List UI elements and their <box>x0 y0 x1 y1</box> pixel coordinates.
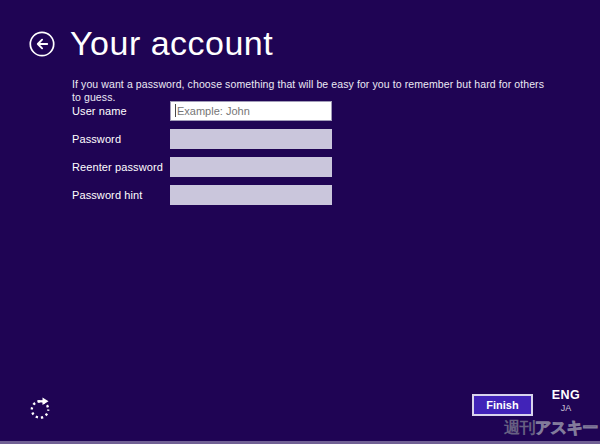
reenter-password-label: Reenter password <box>72 161 170 173</box>
watermark-text-outline: アスキー <box>535 419 598 436</box>
password-label: Password <box>72 133 170 145</box>
form-row-reenter-password: Reenter password <box>72 157 332 177</box>
page-title: Your account <box>70 23 273 63</box>
form-row-password-hint: Password hint <box>72 185 332 205</box>
password-hint-input[interactable] <box>170 185 332 205</box>
language-indicator[interactable]: ENG JA <box>542 388 590 413</box>
watermark-logo: 週刊アスキー <box>504 418 598 439</box>
back-button[interactable] <box>29 31 55 57</box>
text-caret <box>175 104 176 117</box>
language-primary: ENG <box>542 388 590 402</box>
password-hint-label: Password hint <box>72 189 170 201</box>
form-row-username: User name <box>72 101 332 121</box>
username-input[interactable] <box>170 101 332 121</box>
username-label: User name <box>72 105 170 117</box>
reenter-password-input[interactable] <box>170 157 332 177</box>
password-input[interactable] <box>170 129 332 149</box>
back-arrow-icon <box>29 31 55 57</box>
account-form: User name Password Reenter password Pass… <box>72 101 332 213</box>
ease-of-access-icon <box>28 396 53 421</box>
ease-of-access-button[interactable] <box>28 396 53 421</box>
form-row-password: Password <box>72 129 332 149</box>
language-secondary: JA <box>542 403 590 413</box>
watermark-text-filled: 週刊 <box>504 419 535 436</box>
setup-screen: Your account If you want a password, cho… <box>0 0 600 444</box>
finish-button[interactable]: Finish <box>472 394 533 416</box>
